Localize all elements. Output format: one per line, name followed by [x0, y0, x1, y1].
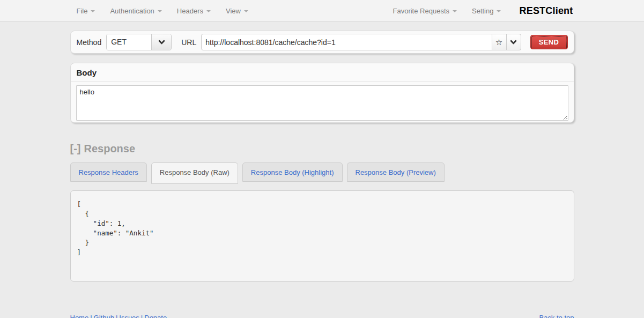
chevron-down-icon — [510, 39, 517, 46]
footer-separator: | — [116, 314, 117, 318]
page-footer: Home|Github|Issues|Donate Back to top — [70, 314, 574, 318]
footer-links: Home|Github|Issues|Donate — [70, 314, 167, 318]
chevron-down-icon — [158, 10, 162, 12]
menu-setting[interactable]: Setting — [464, 7, 508, 15]
favorite-url-button[interactable]: ☆ — [492, 34, 507, 50]
menu-headers[interactable]: Headers — [169, 7, 218, 15]
url-input[interactable] — [201, 34, 492, 50]
response-collapse-toggle[interactable]: [-] — [70, 143, 81, 154]
tab-response-body-raw[interactable]: Response Body (Raw) — [151, 162, 238, 184]
tab-response-headers[interactable]: Response Headers — [70, 162, 147, 182]
chevron-down-icon — [453, 10, 457, 12]
star-icon: ☆ — [495, 38, 502, 46]
request-body-panel: Body hello — [70, 63, 574, 123]
back-to-top-link[interactable]: Back to top — [539, 314, 574, 318]
chevron-down-icon — [158, 39, 165, 46]
menu-favorite-requests-label: Favorite Requests — [393, 7, 450, 15]
method-select-caret-button[interactable] — [151, 34, 171, 50]
tab-response-body-highlight[interactable]: Response Body (Highlight) — [242, 162, 343, 182]
menu-authentication[interactable]: Authentication — [102, 7, 169, 15]
menu-setting-label: Setting — [472, 7, 493, 15]
app-logo: RESTClient — [508, 5, 574, 17]
response-tabs: Response Headers Response Body (Raw) Res… — [70, 162, 574, 184]
url-history-button[interactable] — [507, 34, 521, 50]
chevron-down-icon — [244, 10, 248, 12]
footer-separator: | — [141, 314, 143, 318]
footer-separator: | — [90, 314, 92, 318]
method-select-value: GET — [107, 34, 151, 50]
menu-view[interactable]: View — [218, 7, 256, 15]
chevron-down-icon — [91, 10, 95, 12]
response-title: Response — [84, 143, 135, 154]
menu-headers-label: Headers — [177, 7, 203, 15]
tab-response-body-preview[interactable]: Response Body (Preview) — [347, 162, 445, 182]
url-label: URL — [181, 38, 196, 47]
method-label: Method — [77, 38, 102, 47]
footer-link-donate[interactable]: Donate — [144, 314, 167, 318]
method-select[interactable]: GET — [106, 34, 172, 50]
request-bar: Method GET URL ☆ SEND — [70, 31, 574, 54]
footer-link-home[interactable]: Home — [70, 314, 89, 318]
menu-file-label: File — [77, 7, 88, 15]
menu-authentication-label: Authentication — [110, 7, 154, 15]
menu-file[interactable]: File — [70, 7, 103, 15]
menu-view-label: View — [226, 7, 241, 15]
response-body-panel: [ { "id": 1, "name": "Ankit" } ] — [70, 190, 574, 282]
footer-link-issues[interactable]: Issues — [119, 314, 139, 318]
chevron-down-icon — [206, 10, 211, 12]
menu-favorite-requests[interactable]: Favorite Requests — [386, 7, 465, 15]
top-navbar: File Authentication Headers View Favorit… — [0, 0, 644, 22]
body-panel-title: Body — [71, 63, 574, 82]
footer-link-github[interactable]: Github — [94, 314, 114, 318]
send-button[interactable]: SEND — [530, 35, 568, 49]
response-body-raw-text: [ { "id": 1, "name": "Ankit" } ] — [77, 199, 567, 257]
chevron-down-icon — [497, 10, 501, 12]
response-section-heading: [-]Response — [70, 143, 574, 155]
request-body-textarea[interactable]: hello — [76, 85, 568, 121]
